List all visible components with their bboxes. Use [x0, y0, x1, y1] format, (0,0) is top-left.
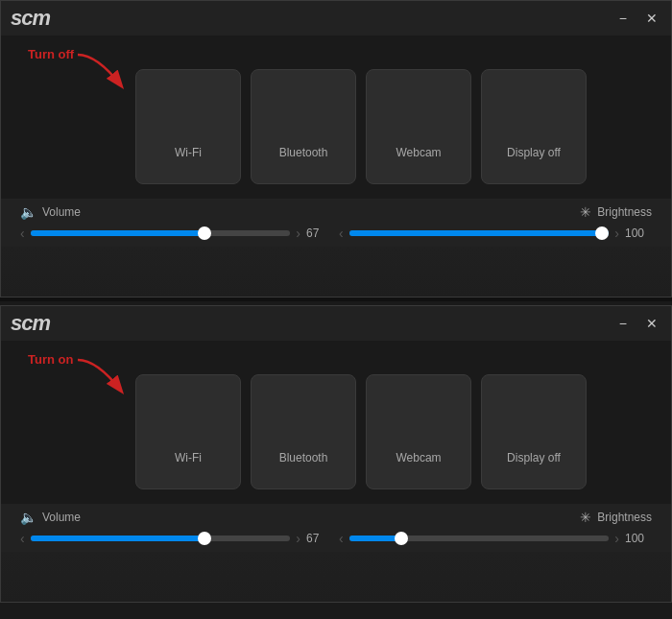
- volume-icon-top: 🔈: [20, 204, 36, 220]
- tile-bluetooth-label-top: Bluetooth: [279, 146, 328, 159]
- tile-wifi-top[interactable]: Wi-Fi: [135, 69, 241, 184]
- brightness-track-bottom[interactable]: [349, 536, 610, 541]
- brightness-slider-half-top: ‹ › 100: [339, 226, 652, 241]
- close-button-top[interactable]: ✕: [642, 9, 661, 28]
- tile-wifi-label-bottom: Wi-Fi: [175, 451, 202, 464]
- brightness-track-top[interactable]: [349, 230, 610, 236]
- brightness-value-top: 100: [625, 226, 652, 240]
- brightness-fill-bottom: [349, 536, 401, 541]
- brightness-label-bottom: ✳ Brightness: [580, 510, 652, 525]
- minimize-button-bottom[interactable]: −: [615, 314, 631, 333]
- panel-top: scm − ✕ Turn off: [0, 0, 672, 298]
- brightness-decrease-bottom[interactable]: ‹: [339, 531, 344, 546]
- volume-track-top[interactable]: [31, 230, 291, 236]
- volume-track-bottom[interactable]: [31, 536, 291, 541]
- tile-displayoff-top[interactable]: Display off: [481, 69, 587, 184]
- tile-bluetooth-bottom[interactable]: Bluetooth: [251, 374, 356, 489]
- volume-decrease-bottom[interactable]: ‹: [20, 531, 25, 546]
- brightness-label-top: ✳ Brightness: [580, 204, 652, 220]
- volume-icon-bottom: 🔈: [20, 510, 36, 525]
- brightness-thumb-top[interactable]: [595, 226, 609, 240]
- tile-wifi-bottom[interactable]: Wi-Fi: [135, 374, 241, 489]
- tile-webcam-label-top: Webcam: [396, 146, 441, 159]
- app-logo-bottom: scm: [11, 311, 50, 336]
- close-button-bottom[interactable]: ✕: [642, 314, 661, 333]
- tile-webcam-bottom[interactable]: Webcam: [366, 374, 471, 489]
- tile-webcam-top[interactable]: Webcam: [366, 69, 471, 184]
- tile-grid-bottom: Wi-Fi Bluetooth: [135, 374, 587, 489]
- volume-increase-bottom[interactable]: ›: [296, 531, 300, 546]
- window-controls-bottom: − ✕: [615, 314, 661, 333]
- volume-thumb-bottom[interactable]: [198, 532, 211, 545]
- turn-on-arrow: [68, 350, 145, 408]
- volume-value-top: 67: [306, 226, 333, 240]
- brightness-decrease-top[interactable]: ‹: [339, 226, 344, 241]
- controls-area-bottom: 🔈 Volume ✳ Brightness ‹ › 67 ‹: [1, 504, 671, 552]
- brightness-increase-top[interactable]: ›: [614, 226, 619, 241]
- sliders-row-bottom: ‹ › 67 ‹ › 100: [20, 531, 652, 546]
- brightness-thumb-bottom[interactable]: [395, 532, 408, 545]
- volume-value-bottom: 67: [306, 532, 333, 545]
- volume-label-top: 🔈 Volume: [20, 204, 81, 220]
- controls-labels-top: 🔈 Volume ✳ Brightness: [20, 204, 652, 220]
- volume-label-bottom: 🔈 Volume: [20, 510, 81, 525]
- volume-fill-bottom: [31, 536, 204, 541]
- controls-labels-bottom: 🔈 Volume ✳ Brightness: [20, 510, 652, 525]
- sliders-row-top: ‹ › 67 ‹ › 100: [20, 226, 652, 241]
- tile-webcam-label-bottom: Webcam: [396, 451, 441, 464]
- volume-slider-half-bottom: ‹ › 67: [20, 531, 333, 546]
- minimize-button-top[interactable]: −: [615, 9, 631, 28]
- icons-area-top: Turn off Wi-Fi: [1, 36, 671, 199]
- panel-bottom: scm − ✕ Turn on: [0, 305, 672, 603]
- turn-off-arrow: [68, 45, 145, 103]
- title-bar-bottom: scm − ✕: [1, 306, 671, 341]
- volume-decrease-top[interactable]: ‹: [20, 226, 25, 241]
- panel-divider: [0, 298, 672, 301]
- tile-grid-top: Wi-Fi Bluetooth: [135, 69, 587, 184]
- controls-area-top: 🔈 Volume ✳ Brightness ‹ › 67 ‹: [1, 199, 671, 247]
- brightness-icon-bottom: ✳: [580, 510, 591, 525]
- volume-increase-top[interactable]: ›: [296, 226, 300, 241]
- tile-wifi-label-top: Wi-Fi: [175, 146, 202, 159]
- title-bar-top: scm − ✕: [1, 1, 671, 36]
- window-controls-top: − ✕: [615, 9, 661, 28]
- brightness-slider-half-bottom: ‹ › 100: [339, 531, 652, 546]
- brightness-fill-top: [349, 230, 610, 236]
- icons-area-bottom: Turn on Wi-Fi: [1, 341, 671, 504]
- turn-off-label: Turn off: [28, 47, 74, 61]
- volume-thumb-top[interactable]: [198, 226, 211, 240]
- tile-displayoff-bottom[interactable]: Display off: [481, 374, 587, 489]
- app-logo-top: scm: [11, 6, 50, 31]
- tile-displayoff-label-bottom: Display off: [507, 451, 561, 464]
- volume-slider-half-top: ‹ › 67: [20, 226, 333, 241]
- brightness-value-bottom: 100: [625, 532, 652, 545]
- tile-bluetooth-label-bottom: Bluetooth: [279, 451, 328, 464]
- brightness-icon-top: ✳: [580, 204, 591, 220]
- tile-bluetooth-top[interactable]: Bluetooth: [251, 69, 356, 184]
- turn-on-label: Turn on: [28, 352, 73, 367]
- tile-displayoff-label-top: Display off: [507, 146, 561, 159]
- brightness-increase-bottom[interactable]: ›: [614, 531, 619, 546]
- volume-fill-top: [31, 230, 204, 236]
